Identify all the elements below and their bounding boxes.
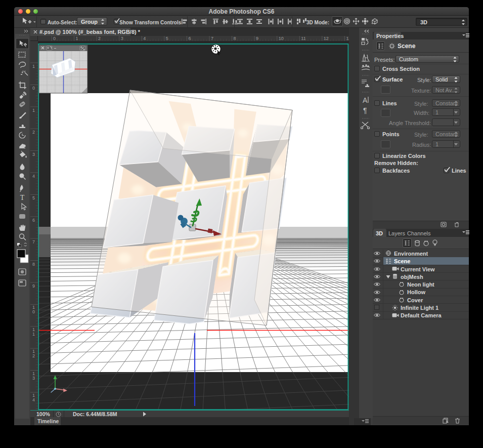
svg-text:0: 0 xyxy=(32,309,35,314)
svg-text:2: 2 xyxy=(32,353,35,358)
svg-text:4: 4 xyxy=(32,174,35,179)
svg-text:2: 2 xyxy=(32,130,35,135)
svg-text:7: 7 xyxy=(32,239,35,245)
svg-text:A: A xyxy=(363,96,368,104)
svg-text:3: 3 xyxy=(32,152,35,157)
svg-text:6: 6 xyxy=(32,218,35,223)
svg-text:9: 9 xyxy=(32,283,35,289)
svg-text:1: 1 xyxy=(32,332,35,337)
svg-text:1: 1 xyxy=(32,64,35,69)
svg-text:10: 10 xyxy=(279,36,284,41)
svg-text:0: 0 xyxy=(32,86,35,91)
svg-text:8: 8 xyxy=(32,262,35,267)
svg-text:5: 5 xyxy=(32,195,35,200)
svg-text:1: 1 xyxy=(32,108,35,113)
svg-text:4: 4 xyxy=(32,397,35,402)
svg-text:¶: ¶ xyxy=(363,106,367,114)
svg-text:3: 3 xyxy=(32,376,35,381)
svg-text:T: T xyxy=(20,194,25,201)
